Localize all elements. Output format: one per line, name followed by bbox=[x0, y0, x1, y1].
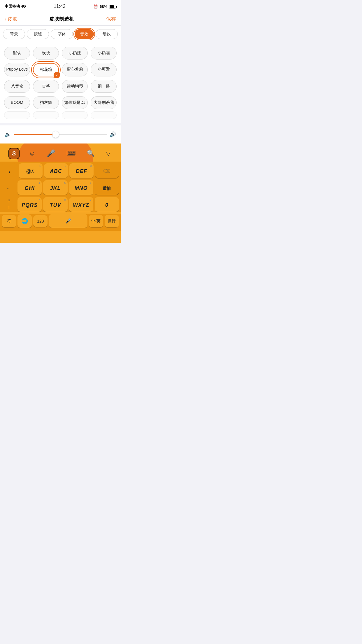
search-button[interactable]: 🔍 bbox=[85, 148, 96, 159]
backspace-icon: ⌫ bbox=[103, 168, 110, 174]
space-key[interactable]: 🎤 bbox=[49, 214, 87, 228]
keyboard-row-1: ， 1 @/. 2 ABC 3 DEF ⌫ bbox=[2, 163, 119, 178]
volume-high-icon: 🔊 bbox=[110, 131, 116, 138]
abc-key[interactable]: 2 ABC bbox=[44, 163, 68, 178]
sound-item-boom[interactable]: BOOM bbox=[4, 96, 30, 109]
zero-key[interactable]: 0 bbox=[95, 197, 119, 212]
keyboard-toolbar-wrapper: S ☺ 🎤 ⌨ 🔍 ▽ bbox=[0, 144, 121, 162]
wxyz-key[interactable]: 9 WXYZ bbox=[69, 197, 93, 212]
mic-button[interactable]: 🎤 bbox=[45, 148, 57, 159]
sound-item-rhythmic-piano[interactable]: 律动钢琴 bbox=[62, 80, 88, 93]
sound-item-honey-molly[interactable]: 蜜心萝莉 bbox=[62, 63, 88, 76]
period-key[interactable]: 。 bbox=[2, 180, 16, 195]
keyboard-keys: ， 1 @/. 2 ABC 3 DEF ⌫ 。 4 bbox=[0, 162, 121, 212]
sound-item-big-bro[interactable]: 大哥别杀我 bbox=[91, 96, 117, 109]
keyboard-toolbar: S ☺ 🎤 ⌨ 🔍 ▽ bbox=[0, 144, 121, 162]
tab-sound[interactable]: 音效 bbox=[75, 29, 94, 39]
sound-grid: 默认 欢快 小奶汪 小奶喵 Puppy Love 棉花糖 ✓ 蜜心萝莉 小可爱 … bbox=[0, 41, 121, 123]
enter-key[interactable]: 换行 bbox=[105, 215, 119, 227]
tab-font[interactable]: 字体 bbox=[51, 29, 73, 39]
key-num-2: 2 bbox=[65, 164, 66, 167]
keyboard-button[interactable]: ⌨ bbox=[65, 148, 78, 159]
tab-btn[interactable]: 按钮 bbox=[27, 29, 49, 39]
sound-item-puppy-love[interactable]: Puppy Love bbox=[4, 63, 30, 76]
pqrs-key[interactable]: 7 PQRS bbox=[17, 197, 42, 212]
exclaim-mark: ！ bbox=[7, 205, 11, 210]
globe-key[interactable]: 🌐 bbox=[17, 214, 32, 228]
symbol-key[interactable]: 符 bbox=[2, 215, 16, 227]
key-num-1: 1 bbox=[39, 164, 41, 167]
alarm-icon: ⏰ bbox=[93, 4, 98, 9]
page-title: 皮肤制造机 bbox=[49, 16, 74, 22]
tab-bar: 背景 按钮 字体 音效 动效 bbox=[0, 26, 121, 41]
keyboard-bottom-row: 符 🌐 123 🎤 中/英 换行 bbox=[0, 214, 121, 231]
key-num-8: 8 bbox=[64, 198, 66, 201]
tab-bg[interactable]: 背景 bbox=[3, 29, 25, 39]
skin-s-button[interactable]: S bbox=[8, 148, 19, 159]
sound-item-cotton-candy-wrapper: 棉花糖 ✓ bbox=[33, 63, 59, 76]
ghi-key[interactable]: 4 GHI bbox=[17, 180, 42, 195]
chongsu-key[interactable]: 重输 bbox=[95, 180, 119, 195]
comma-key[interactable]: ， bbox=[2, 163, 17, 178]
sound-item-happy[interactable]: 欢快 bbox=[33, 47, 59, 60]
sound-item-partial-2 bbox=[33, 111, 59, 119]
keyboard-area: S ☺ 🎤 ⌨ 🔍 ▽ ， 1 @/. 2 ABC 3 DEF bbox=[0, 144, 121, 243]
selected-check-icon: ✓ bbox=[54, 72, 60, 78]
sound-item-dust-dance[interactable]: 拍灰舞 bbox=[33, 96, 59, 109]
sound-item-default[interactable]: 默认 bbox=[4, 47, 30, 60]
jkl-key[interactable]: 5 JKL bbox=[43, 180, 67, 195]
battery-icon bbox=[109, 5, 116, 8]
keyboard-row-3: ？ ！ 7 PQRS 8 TUV 9 WXYZ 0 bbox=[2, 197, 119, 212]
status-bar: 中国移动 4G 11:42 ⏰ 68% bbox=[0, 0, 121, 13]
def-key[interactable]: 3 DEF bbox=[69, 163, 93, 178]
punctuation-side[interactable]: ？ ！ bbox=[2, 197, 16, 212]
sound-item-bronze-bell[interactable]: 铜 磬 bbox=[91, 80, 117, 93]
key-num-6: 6 bbox=[90, 181, 92, 184]
num123-key[interactable]: 123 bbox=[33, 215, 48, 227]
tab-anim[interactable]: 动效 bbox=[96, 29, 118, 39]
volume-slider-thumb[interactable] bbox=[52, 131, 59, 138]
volume-slider-fill bbox=[14, 134, 56, 135]
sound-item-partial-4 bbox=[91, 111, 117, 119]
key-num-9: 9 bbox=[90, 198, 92, 201]
volume-section: 🔈 🔊 bbox=[0, 125, 121, 144]
key-num-5: 5 bbox=[64, 181, 66, 184]
question-mark: ？ bbox=[7, 199, 11, 204]
key-num-3: 3 bbox=[90, 164, 92, 167]
sound-item-milk-bark[interactable]: 小奶汪 bbox=[62, 47, 88, 60]
save-button[interactable]: 保存 bbox=[106, 16, 116, 22]
battery-area: ⏰ 68% bbox=[93, 4, 116, 9]
mic-space-icon: 🎤 bbox=[65, 218, 71, 223]
keyboard-row-2: 。 4 GHI 5 JKL 6 MNO 重输 bbox=[2, 180, 119, 195]
chinese-key[interactable]: 中/英 bbox=[89, 215, 103, 227]
sound-item-music-box[interactable]: 八音盒 bbox=[4, 80, 30, 93]
sound-item-partial-3 bbox=[62, 111, 88, 119]
back-button[interactable]: ‹ 皮肤 bbox=[5, 16, 17, 22]
collapse-button[interactable]: ▽ bbox=[104, 148, 112, 159]
sound-item-guzheng[interactable]: 古筝 bbox=[33, 80, 59, 93]
key-num-4: 4 bbox=[38, 181, 40, 184]
volume-low-icon: 🔈 bbox=[5, 131, 11, 138]
carrier-network: 中国移动 4G bbox=[5, 4, 26, 9]
key-num-7: 7 bbox=[38, 198, 40, 201]
backspace-key[interactable]: ⌫ bbox=[95, 163, 119, 178]
back-label: 皮肤 bbox=[8, 16, 17, 22]
mno-key[interactable]: 6 MNO bbox=[69, 180, 93, 195]
nav-bar: ‹ 皮肤 皮肤制造机 保存 bbox=[0, 13, 121, 26]
sound-item-milk-meow[interactable]: 小奶喵 bbox=[91, 47, 117, 60]
volume-slider-track[interactable] bbox=[14, 134, 107, 135]
at-key[interactable]: 1 @/. bbox=[19, 163, 43, 178]
sound-item-if-i-were-dj[interactable]: 如果我是DJ bbox=[62, 96, 88, 109]
emoji-button[interactable]: ☺ bbox=[27, 148, 37, 159]
tab-sound-wrapper: 音效 bbox=[75, 29, 94, 39]
sound-item-partial-1 bbox=[4, 111, 30, 119]
time-display: 11:42 bbox=[54, 4, 65, 9]
tuv-key[interactable]: 8 TUV bbox=[43, 197, 67, 212]
sound-item-cute[interactable]: 小可爱 bbox=[91, 63, 117, 76]
chevron-left-icon: ‹ bbox=[5, 16, 6, 22]
